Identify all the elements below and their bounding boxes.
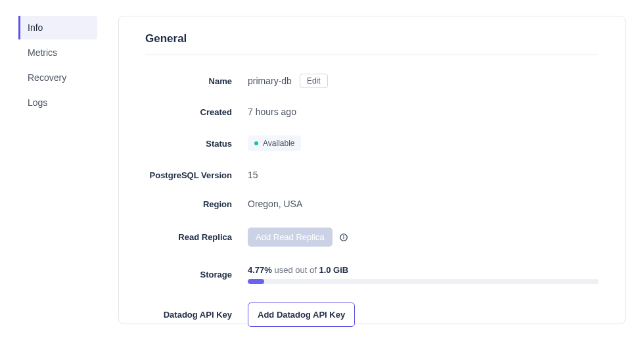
value-pgversion: 15 bbox=[248, 170, 258, 180]
sidebar-item-logs[interactable]: Logs bbox=[18, 91, 97, 114]
sidebar-item-metrics[interactable]: Metrics bbox=[18, 41, 97, 64]
sidebar: Info Metrics Recovery Logs bbox=[18, 16, 97, 324]
label-storage: Storage bbox=[145, 270, 232, 279]
storage-progress bbox=[248, 279, 599, 284]
add-read-replica-button[interactable]: Add Read Replica bbox=[248, 228, 333, 247]
main-panel: General Name primary-db Edit Created 7 h… bbox=[118, 16, 626, 324]
label-datadog: Datadog API Key bbox=[145, 310, 232, 320]
info-icon[interactable] bbox=[339, 233, 348, 242]
value-region: Oregon, USA bbox=[248, 199, 302, 209]
storage-progress-fill bbox=[248, 279, 264, 284]
status-dot-icon bbox=[254, 141, 258, 145]
storage-used-text: used out of bbox=[272, 265, 319, 275]
value-status: Available bbox=[263, 139, 294, 148]
sidebar-item-recovery[interactable]: Recovery bbox=[18, 66, 97, 89]
label-pgversion: PostgreSQL Version bbox=[145, 170, 232, 180]
storage-text: 4.77% used out of 1.0 GiB bbox=[248, 265, 599, 275]
label-status: Status bbox=[145, 139, 232, 149]
value-name: primary-db bbox=[248, 76, 292, 86]
storage-percent: 4.77% bbox=[248, 265, 272, 275]
storage-total: 1.0 GiB bbox=[319, 265, 348, 275]
label-name: Name bbox=[145, 76, 232, 86]
section-title: General bbox=[145, 32, 599, 45]
edit-name-button[interactable]: Edit bbox=[300, 74, 328, 88]
label-created: Created bbox=[145, 107, 232, 117]
value-created: 7 hours ago bbox=[248, 107, 296, 117]
divider bbox=[145, 55, 599, 55]
label-replica: Read Replica bbox=[145, 232, 232, 242]
storage-block: 4.77% used out of 1.0 GiB bbox=[248, 265, 599, 284]
add-datadog-api-key-button[interactable]: Add Datadog API Key bbox=[248, 303, 355, 327]
sidebar-item-info[interactable]: Info bbox=[18, 16, 97, 39]
label-region: Region bbox=[145, 199, 232, 209]
svg-point-2 bbox=[343, 235, 344, 236]
status-badge: Available bbox=[248, 135, 301, 151]
